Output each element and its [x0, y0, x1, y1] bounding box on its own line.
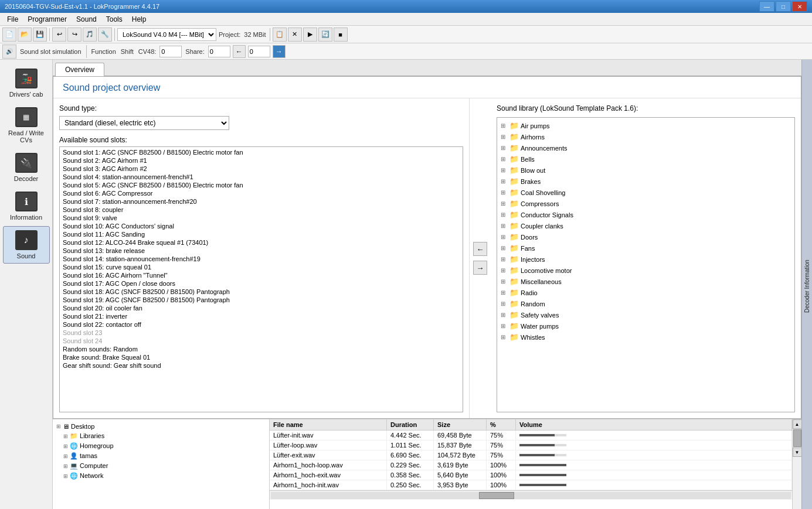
scroll-thumb[interactable] — [793, 429, 801, 447]
library-tree-item[interactable]: ⊞📁Fans — [500, 242, 792, 254]
library-tree-item[interactable]: ⊞📁Blow out — [500, 165, 792, 176]
slot-item[interactable]: Sound slot 21: inverter — [61, 312, 461, 320]
sidebar-item-read-write[interactable]: ▦ Read / Write CVs — [3, 103, 50, 148]
tab-overview[interactable]: Overview — [55, 63, 104, 76]
share-input[interactable] — [208, 46, 230, 57]
slot-item[interactable]: Random sounds: Random — [61, 345, 461, 353]
scroll-up-arrow[interactable]: ▲ — [793, 419, 802, 429]
file-row[interactable]: Lüfter-loop.wav 1.011 Sec. 15,837 Byte 7… — [270, 440, 792, 450]
slot-item[interactable]: Sound slot 9: valve — [61, 214, 461, 222]
hscroll-track[interactable] — [271, 492, 791, 499]
back-button[interactable]: ↩ — [52, 28, 66, 42]
slot-item[interactable]: Sound slot 4: station-announcement-frenc… — [61, 173, 461, 181]
sound-type-select[interactable]: Standard (diesel, electric etc) — [59, 116, 229, 130]
note-button[interactable]: 🎵 — [83, 28, 97, 42]
nav-input[interactable] — [248, 46, 270, 57]
file-tree-item[interactable]: ⊞ 🖥 Desktop — [55, 422, 267, 431]
library-tree-item[interactable]: ⊞📁Brakes — [500, 176, 792, 187]
file-tree-panel[interactable]: ⊞ 🖥 Desktop⊞ 📁 Libraries⊞ 🌐 Homegroup⊞ 👤… — [53, 419, 270, 509]
new-button[interactable]: 📄 — [2, 28, 16, 42]
copy-button[interactable]: 📋 — [273, 28, 287, 42]
open-button[interactable]: 📂 — [18, 28, 32, 42]
sidebar-item-information[interactable]: ℹ Information — [3, 187, 50, 225]
slot-item[interactable]: Sound slot 12: ALCO-244 Brake squeal #1 … — [61, 238, 461, 247]
library-tree-item[interactable]: ⊞📁Miscellaneous — [500, 276, 792, 287]
hscroll-thumb[interactable] — [479, 492, 514, 499]
library-tree-item[interactable]: ⊞📁Air pumps — [500, 120, 792, 131]
library-tree-item[interactable]: ⊞📁Coupler clanks — [500, 220, 792, 231]
tool-button[interactable]: 🔧 — [98, 28, 112, 42]
sidebar-item-decoder[interactable]: 🔌 Decoder — [3, 149, 50, 186]
menu-file[interactable]: File — [2, 14, 23, 25]
slot-item[interactable]: Sound slot 20: oil cooler fan — [61, 304, 461, 312]
sidebar-item-drivers-cab[interactable]: 🚂 Drivers' cab — [3, 64, 50, 102]
file-tree-item[interactable]: ⊞ 👤 tamas — [55, 451, 267, 461]
sidebar-item-sound[interactable]: ♪ Sound — [3, 226, 50, 264]
slot-item[interactable]: Sound slot 2: AGC Airhorn #1 — [61, 156, 461, 165]
nav-left-button[interactable]: ← — [233, 45, 246, 58]
transfer-left-button[interactable]: ← — [473, 242, 487, 256]
slot-item[interactable]: Sound slot 11: AGC Sanding — [61, 230, 461, 238]
hscroll[interactable] — [270, 490, 792, 500]
slot-item[interactable]: Sound slot 6: AGC Compressor — [61, 189, 461, 197]
slot-item[interactable]: Gear shift sound: Gear shift sound — [61, 361, 461, 370]
slot-item[interactable]: Sound slot 13: brake release — [61, 247, 461, 255]
file-tree-item[interactable]: ⊞ 🌐 Network — [55, 471, 267, 481]
save-button[interactable]: 💾 — [33, 28, 47, 42]
library-tree-item[interactable]: ⊞📁Airhorns — [500, 131, 792, 142]
slot-item[interactable]: Sound slot 7: station-announcement-frenc… — [61, 197, 461, 206]
file-row[interactable]: Airhorn1_hoch-init.wav 0.250 Sec. 3,953 … — [270, 480, 792, 490]
stop-button[interactable]: ■ — [334, 28, 348, 42]
file-tree-item[interactable]: ⊞ 📁 Libraries — [55, 431, 267, 441]
maximize-button[interactable]: □ — [776, 1, 791, 12]
close-button[interactable]: ✕ — [792, 1, 807, 12]
slot-item[interactable]: Sound slot 5: AGC (SNCF B82500 / B81500)… — [61, 181, 461, 189]
slot-item[interactable]: Sound slot 14: station-announcement-fren… — [61, 255, 461, 263]
file-row[interactable]: Airhorn1_hoch-loop.wav 0.229 Sec. 3,619 … — [270, 460, 792, 470]
menu-programmer[interactable]: Programmer — [23, 14, 72, 25]
slot-item[interactable]: Sound slot 23 — [61, 329, 461, 337]
delete-button[interactable]: ✕ — [288, 28, 302, 42]
slot-item[interactable]: Sound slot 22: contactor off — [61, 320, 461, 329]
slot-item[interactable]: Sound slot 8: coupler — [61, 206, 461, 214]
library-tree-item[interactable]: ⊞📁Water pumps — [500, 320, 792, 332]
file-row[interactable]: Lüfter-init.wav 4.442 Sec. 69,458 Byte 7… — [270, 431, 792, 440]
slot-item[interactable]: Sound slot 1: AGC (SNCF B82500 / B81500)… — [61, 148, 461, 156]
menu-tools[interactable]: Tools — [101, 14, 127, 25]
refresh-button[interactable]: 🔄 — [318, 28, 332, 42]
file-row[interactable]: Airhorn1_hoch-exit.wav 0.358 Sec. 5,640 … — [270, 470, 792, 480]
file-tree-item[interactable]: ⊞ 💻 Computer — [55, 461, 267, 471]
file-tree-item[interactable]: ⊞ 🌐 Homegroup — [55, 441, 267, 451]
decoder-dropdown[interactable]: LokSound V4.0 M4 [--- MBit] — [117, 28, 216, 41]
library-tree-item[interactable]: ⊞📁Whistles — [500, 332, 792, 343]
cv48-input[interactable] — [159, 46, 182, 57]
nav-right-button[interactable]: → — [273, 45, 286, 58]
play-button[interactable]: ▶ — [303, 28, 317, 42]
library-tree-item[interactable]: ⊞📁Compressors — [500, 198, 792, 209]
library-tree-item[interactable]: ⊞📁Coal Shovelling — [500, 187, 792, 198]
scroll-down-arrow[interactable]: ▼ — [793, 447, 802, 457]
menu-help[interactable]: Help — [127, 14, 151, 25]
slot-item[interactable]: Sound slot 17: AGC Open / close doors — [61, 279, 461, 288]
library-tree-item[interactable]: ⊞📁Radio — [500, 287, 792, 298]
slot-item[interactable]: Sound slot 3: AGC Airhorn #2 — [61, 165, 461, 173]
library-tree-item[interactable]: ⊞📁Injectors — [500, 254, 792, 265]
slot-list[interactable]: Sound slot 1: AGC (SNCF B82500 / B81500)… — [59, 146, 463, 412]
slot-item[interactable]: Sound slot 16: AGC Airhorn "Tunnel" — [61, 271, 461, 279]
slot-item[interactable]: Sound slot 10: AGC Conductors' signal — [61, 222, 461, 230]
library-tree-item[interactable]: ⊞📁Announcements — [500, 142, 792, 153]
library-tree-item[interactable]: ⊞📁Conductor Signals — [500, 209, 792, 220]
library-tree-item[interactable]: ⊞📁Locomotive motor — [500, 265, 792, 276]
slot-item[interactable]: Sound slot 19: AGC (SNCF B82500 / B81500… — [61, 296, 461, 304]
minimize-button[interactable]: — — [759, 1, 774, 12]
slot-item[interactable]: Sound slot 15: curve squeal 01 — [61, 263, 461, 271]
slot-item[interactable]: Sound slot 18: AGC (SNCF B82500 / B81500… — [61, 288, 461, 296]
forward-button[interactable]: ↪ — [67, 28, 81, 42]
menu-sound[interactable]: Sound — [72, 14, 101, 25]
library-tree-item[interactable]: ⊞📁Bells — [500, 153, 792, 165]
library-tree[interactable]: ⊞📁Air pumps⊞📁Airhorns⊞📁Announcements⊞📁Be… — [497, 117, 795, 412]
library-tree-item[interactable]: ⊞📁Safety valves — [500, 309, 792, 320]
file-row[interactable]: Lüfter-exit.wav 6.690 Sec. 104,572 Byte … — [270, 450, 792, 460]
library-tree-item[interactable]: ⊞📁Doors — [500, 231, 792, 242]
slot-item[interactable]: Sound slot 24 — [61, 337, 461, 345]
